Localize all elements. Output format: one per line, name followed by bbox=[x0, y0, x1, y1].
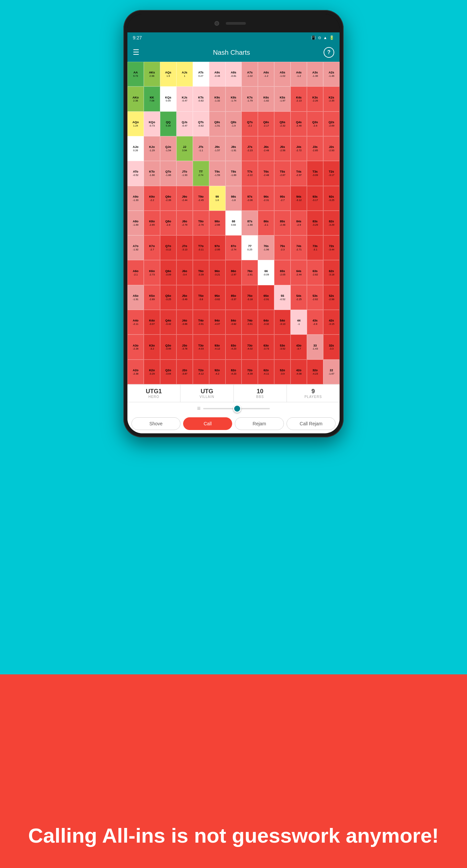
cell-t7o[interactable]: T7o-3.11 bbox=[193, 235, 209, 260]
cell-74o[interactable]: 74o-3.61 bbox=[241, 310, 258, 335]
cell-j9s[interactable]: J9s-1.57 bbox=[209, 136, 226, 161]
cell-82o[interactable]: 82o-4.23 bbox=[226, 360, 242, 384]
cell-92o[interactable]: 92o-4.2 bbox=[209, 360, 226, 384]
cell-q9o[interactable]: Q9o-2.39 bbox=[160, 186, 176, 211]
cell-73s[interactable]: 73s-3.1 bbox=[307, 235, 323, 260]
players-setting[interactable]: 9 PLAYERS bbox=[287, 384, 340, 402]
cell-a4o[interactable]: A4o-2.11 bbox=[127, 310, 144, 335]
cell-a8o[interactable]: A8o-1.69 bbox=[127, 211, 144, 235]
cell-a4s[interactable]: A4s-1.2 bbox=[291, 62, 307, 87]
cell-kjo[interactable]: KJo-1.29 bbox=[144, 136, 160, 161]
cell-96s[interactable]: 96s-2.31 bbox=[258, 186, 274, 211]
cell-87s[interactable]: 87s-1.88 bbox=[241, 211, 258, 235]
cell-a7o[interactable]: A7o-1.92 bbox=[127, 235, 144, 260]
cell-33[interactable]: 33-1.43 bbox=[307, 335, 323, 359]
cell-85o[interactable]: 85o-3.37 bbox=[226, 285, 242, 310]
cell-k2o[interactable]: K2o-3.29 bbox=[144, 360, 160, 384]
cell-j6s[interactable]: J6s-2.48 bbox=[258, 136, 274, 161]
cell-95o[interactable]: 95o-3.62 bbox=[209, 285, 226, 310]
cell-84o[interactable]: 84o-3.82 bbox=[226, 310, 242, 335]
cell-32s[interactable]: 32s-3.3 bbox=[323, 335, 340, 359]
bbs-setting[interactable]: 10 BBS bbox=[234, 384, 287, 402]
cell-q3o[interactable]: Q3o-3.55 bbox=[160, 335, 176, 359]
cell-kjs[interactable]: KJs-0.47 bbox=[176, 87, 193, 111]
cell-86o[interactable]: 86o-2.97 bbox=[226, 260, 242, 285]
cell-j2o[interactable]: J2o-3.87 bbox=[176, 360, 193, 384]
cell-44[interactable]: 44-1 bbox=[291, 310, 307, 335]
cell-82s[interactable]: 82s-3.29 bbox=[323, 211, 340, 235]
cell-aa[interactable]: AA9.73 bbox=[127, 62, 144, 87]
cell-q6o[interactable]: Q6o-3.09 bbox=[160, 260, 176, 285]
cell-t6s[interactable]: T6s-2.48 bbox=[258, 161, 274, 186]
cell-q2o[interactable]: Q2o-3.64 bbox=[160, 360, 176, 384]
cell-j6o[interactable]: J6o-3.4 bbox=[176, 260, 193, 285]
cell-k6s[interactable]: K6s-1.82 bbox=[258, 87, 274, 111]
cell-a2s[interactable]: A2s-1.46 bbox=[323, 62, 340, 87]
cell-a9s[interactable]: A9s-0.48 bbox=[209, 62, 226, 87]
cell-92s[interactable]: 92s-3.25 bbox=[323, 186, 340, 211]
cell-43o[interactable]: 43o-3.7 bbox=[291, 335, 307, 359]
cell-t2o[interactable]: T2o-4.12 bbox=[193, 360, 209, 384]
cell-t7s[interactable]: T7s-2.22 bbox=[241, 161, 258, 186]
cell-ato[interactable]: ATo-0.52 bbox=[127, 161, 144, 186]
cell-32o[interactable]: 32o-4.23 bbox=[307, 360, 323, 384]
cell-q4s[interactable]: Q4s-2.46 bbox=[291, 112, 307, 136]
cell-96o[interactable]: 96o-3.21 bbox=[209, 260, 226, 285]
tab-call-rejam[interactable]: Call Rejam bbox=[287, 417, 336, 430]
cell-jj[interactable]: JJ3.94 bbox=[176, 136, 193, 161]
cell-q8s[interactable]: Q8s-1.9 bbox=[226, 112, 242, 136]
cell-q6s[interactable]: Q6s-2.17 bbox=[258, 112, 274, 136]
cell-53s[interactable]: 53s-2.62 bbox=[307, 285, 323, 310]
cell-t5s[interactable]: T5s-2.87 bbox=[274, 161, 291, 186]
cell-jts[interactable]: JTs-1.1 bbox=[193, 136, 209, 161]
cell-qto[interactable]: QTo-1.86 bbox=[160, 161, 176, 186]
cell-76o[interactable]: 76o-2.81 bbox=[241, 260, 258, 285]
cell-t4s[interactable]: T4s-2.97 bbox=[291, 161, 307, 186]
cell-k8o[interactable]: K8o-2.65 bbox=[144, 211, 160, 235]
cell-85s[interactable]: 85s-2.48 bbox=[274, 211, 291, 235]
slider-thumb[interactable] bbox=[233, 405, 241, 413]
cell-jto[interactable]: JTo-1.93 bbox=[176, 161, 193, 186]
cell-63o[interactable]: 63o-3.73 bbox=[258, 335, 274, 359]
cell-43s[interactable]: 43s-2.8 bbox=[307, 310, 323, 335]
cell-aks[interactable]: AKs2.98 bbox=[144, 62, 160, 87]
cell-j8s[interactable]: J8s-1.91 bbox=[226, 136, 242, 161]
cell-93o[interactable]: 93o-4.12 bbox=[209, 335, 226, 359]
cell-62s[interactable]: 62s-3.18 bbox=[323, 260, 340, 285]
cell-98s[interactable]: 98s-1.8 bbox=[226, 186, 242, 211]
cell-j5o[interactable]: J5o-3.49 bbox=[176, 285, 193, 310]
cell-75o[interactable]: 75o-3.18 bbox=[241, 285, 258, 310]
cell-t9o[interactable]: T9o-2.45 bbox=[193, 186, 209, 211]
cell-j9o[interactable]: J9o-2.44 bbox=[176, 186, 193, 211]
cell-65o[interactable]: 65o-2.91 bbox=[258, 285, 274, 310]
cell-97o[interactable]: 97o-2.95 bbox=[209, 235, 226, 260]
cell-52o[interactable]: 52o-3.9 bbox=[274, 360, 291, 384]
cell-54o[interactable]: 54o-3.13 bbox=[274, 310, 291, 335]
cell-t9s[interactable]: T9s-1.59 bbox=[209, 161, 226, 186]
cell-ajo[interactable]: AJo0.26 bbox=[127, 136, 144, 161]
cell-73o[interactable]: 73o-4.02 bbox=[241, 335, 258, 359]
cell-kqs[interactable]: KQs0.05 bbox=[160, 87, 176, 111]
cell-88[interactable]: 880.83 bbox=[226, 211, 242, 235]
cell-ajs[interactable]: AJs1 bbox=[176, 62, 193, 87]
cell-aqs[interactable]: AQs1.9 bbox=[160, 62, 176, 87]
cell-k5s[interactable]: K5s-1.97 bbox=[274, 87, 291, 111]
cell-a7s[interactable]: A7s-1.02 bbox=[241, 62, 258, 87]
cell-a9o[interactable]: A9o-1.33 bbox=[127, 186, 144, 211]
cell-j4s[interactable]: J4s-2.72 bbox=[291, 136, 307, 161]
tab-rejam[interactable]: Rejam bbox=[235, 417, 284, 430]
cell-k6o[interactable]: K6o-2.73 bbox=[144, 260, 160, 285]
cell-72o[interactable]: 72o-4.39 bbox=[241, 360, 258, 384]
cell-77[interactable]: 770.25 bbox=[241, 235, 258, 260]
cell-t8s[interactable]: T8s-1.89 bbox=[226, 161, 242, 186]
cell-t6o[interactable]: T6o-3.39 bbox=[193, 260, 209, 285]
tab-shove[interactable]: Shove bbox=[131, 417, 180, 430]
cell-a3o[interactable]: A3o-2.28 bbox=[127, 335, 144, 359]
cell-j3s[interactable]: J3s-2.85 bbox=[307, 136, 323, 161]
cell-aqo[interactable]: AQo1.24 bbox=[127, 112, 144, 136]
cell-t5o[interactable]: T5o-3.8 bbox=[193, 285, 209, 310]
cell-j5s[interactable]: J5s-2.56 bbox=[274, 136, 291, 161]
cell-72s[interactable]: 72s-3.44 bbox=[323, 235, 340, 260]
cell-kto[interactable]: KTo-1.66 bbox=[144, 161, 160, 186]
cell-53o[interactable]: 53o-3.52 bbox=[274, 335, 291, 359]
